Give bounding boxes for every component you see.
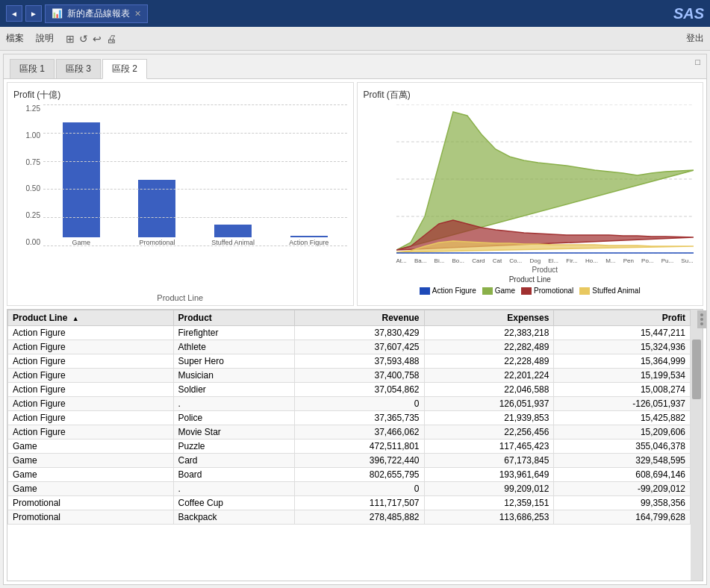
table-row: Action FigureFirefighter37,830,42922,383… bbox=[8, 326, 691, 340]
bar-promotional: Promotional bbox=[119, 104, 196, 246]
sas-logo: SAS bbox=[673, 5, 704, 22]
legend-action-figure: Action Figure bbox=[420, 287, 476, 295]
table-row: Action FigurePolice37,365,73521,939,8531… bbox=[8, 411, 691, 425]
handle-dot bbox=[700, 318, 703, 321]
bar-promotional-rect[interactable] bbox=[138, 180, 175, 237]
table-cell: Action Figure bbox=[8, 383, 174, 397]
undo-icon[interactable]: ↺ bbox=[79, 33, 88, 45]
open-icon[interactable]: ⊞ bbox=[66, 33, 75, 45]
nav-prev-button[interactable]: ◄ bbox=[6, 5, 22, 22]
legend-color-action-figure bbox=[420, 287, 430, 295]
bar-promotional-label: Promotional bbox=[139, 239, 175, 246]
table-row: Action Figure.0126,051,937-126,051,937 bbox=[8, 397, 691, 411]
col-header-revenue[interactable]: Revenue bbox=[294, 310, 424, 326]
tab-section-1[interactable]: 區段 1 bbox=[10, 59, 55, 78]
table-row: GamePuzzle472,511,801117,465,423355,046,… bbox=[8, 440, 691, 454]
table-cell: 111,717,507 bbox=[294, 496, 424, 510]
line-chart-svg: 600 400 200 0 bbox=[396, 104, 694, 254]
table-cell: Athlete bbox=[173, 340, 294, 354]
table-cell: Firefighter bbox=[173, 326, 294, 340]
handle-dot bbox=[700, 313, 703, 316]
table-cell: 99,358,356 bbox=[554, 496, 691, 510]
line-chart-x-label: Product bbox=[396, 266, 694, 274]
table-cell: 278,485,882 bbox=[294, 510, 424, 525]
legend-color-game bbox=[482, 287, 493, 295]
x-label: El... bbox=[548, 257, 558, 264]
table-cell: 22,256,456 bbox=[424, 425, 554, 440]
logout-button[interactable]: 登出 bbox=[686, 32, 704, 45]
table-row: Action FigureSuper Hero37,593,48822,228,… bbox=[8, 354, 691, 369]
x-label: Po... bbox=[641, 257, 653, 264]
table-cell: 0 bbox=[294, 482, 424, 496]
table-cell: Board bbox=[173, 468, 294, 482]
nav-next-button[interactable]: ► bbox=[25, 5, 42, 22]
col-header-product[interactable]: Product bbox=[173, 310, 294, 326]
section-tabs: 區段 1 區段 3 區段 2 □ bbox=[4, 54, 706, 79]
legend-label-promotional: Promotional bbox=[534, 287, 573, 295]
tab-section-3[interactable]: 區段 3 bbox=[56, 59, 101, 78]
table-scroll-area[interactable]: Product Line ▲ Product Revenue Expenses … bbox=[7, 310, 691, 581]
document-tab[interactable]: 📊 新的產品線報表 ✕ bbox=[45, 4, 148, 23]
table-row: Action FigureMusician37,400,75822,201,22… bbox=[8, 369, 691, 383]
handle-dot bbox=[700, 322, 703, 325]
table-cell: Action Figure bbox=[8, 369, 174, 383]
print-icon[interactable]: 🖨 bbox=[106, 33, 116, 45]
bar-stuffed-animal-rect[interactable] bbox=[214, 225, 252, 237]
y-axis: 1.25 1.00 0.75 0.50 0.25 0.00 bbox=[13, 104, 43, 246]
table-cell: Action Figure bbox=[8, 340, 174, 354]
table-scrollbar[interactable] bbox=[691, 310, 703, 581]
table-cell: 193,961,649 bbox=[424, 468, 554, 482]
tab-section-2[interactable]: 區段 2 bbox=[102, 59, 147, 79]
redo-icon[interactable]: ↩ bbox=[93, 33, 102, 45]
side-handle[interactable] bbox=[697, 310, 706, 328]
x-label: Cat bbox=[493, 257, 502, 264]
table-cell: 126,051,937 bbox=[424, 397, 554, 411]
table-row: Action FigureMovie Star37,466,06222,256,… bbox=[8, 425, 691, 440]
table-cell: Promotional bbox=[8, 496, 174, 510]
table-row: Game.099,209,012-99,209,012 bbox=[8, 482, 691, 496]
table-cell: Super Hero bbox=[173, 354, 294, 369]
table-cell: Action Figure bbox=[8, 425, 174, 440]
legend-label-stuffed-animal: Stuffed Animal bbox=[592, 287, 640, 295]
table-cell: 22,228,489 bbox=[424, 354, 554, 369]
line-chart-title: Profit (百萬) bbox=[364, 89, 697, 101]
table-cell: Game bbox=[8, 454, 174, 468]
y-label: 1.00 bbox=[26, 131, 40, 140]
charts-row: Profit (十億) 1.25 1.00 bbox=[7, 82, 703, 306]
y-label: 0.50 bbox=[26, 184, 40, 193]
menu-bar: 檔案 說明 ⊞ ↺ ↩ 🖨 登出 bbox=[0, 27, 710, 51]
table-cell: 117,465,423 bbox=[424, 440, 554, 454]
table-cell: 15,008,274 bbox=[554, 383, 691, 397]
table-cell: 15,324,936 bbox=[554, 340, 691, 354]
scrollbar-thumb[interactable] bbox=[692, 340, 701, 399]
bar-action-figure-rect[interactable] bbox=[290, 236, 328, 237]
table-row: Action FigureAthlete37,607,42522,282,489… bbox=[8, 340, 691, 354]
bar-chart: 1.25 1.00 0.75 0.50 0.25 0.00 Game bbox=[13, 104, 347, 269]
table-cell: 21,939,853 bbox=[424, 411, 554, 425]
menu-file[interactable]: 檔案 bbox=[6, 32, 24, 45]
document-tab-close[interactable]: ✕ bbox=[134, 9, 141, 19]
legend-label-game: Game bbox=[495, 287, 515, 295]
menu-bar-left: 檔案 說明 ⊞ ↺ ↩ 🖨 bbox=[6, 32, 116, 45]
bar-game-rect[interactable] bbox=[63, 122, 100, 237]
table-cell: 608,694,146 bbox=[554, 468, 691, 482]
tab-icon: 📊 bbox=[52, 8, 63, 19]
legend-label-action-figure: Action Figure bbox=[432, 287, 476, 295]
table-cell: 396,722,440 bbox=[294, 454, 424, 468]
table-cell: 15,364,999 bbox=[554, 354, 691, 369]
table-cell: Musician bbox=[173, 369, 294, 383]
maximize-icon[interactable]: □ bbox=[695, 57, 700, 66]
line-chart-panel: Profit (百萬) bbox=[357, 82, 704, 306]
menu-help[interactable]: 說明 bbox=[36, 32, 54, 45]
bar-stuffed-animal: Stuffed Animal bbox=[195, 104, 271, 246]
table-cell: 37,830,429 bbox=[294, 326, 424, 340]
bar-chart-x-label: Product Line bbox=[157, 293, 203, 302]
table-cell: Game bbox=[8, 468, 174, 482]
col-header-profit[interactable]: Profit bbox=[554, 310, 691, 326]
x-label: Pen bbox=[623, 257, 634, 264]
table-cell: Coffee Cup bbox=[173, 496, 294, 510]
x-label: Ho... bbox=[585, 257, 598, 264]
col-header-product-line[interactable]: Product Line ▲ bbox=[8, 310, 174, 326]
col-header-expenses[interactable]: Expenses bbox=[424, 310, 554, 326]
table-cell: 67,173,845 bbox=[424, 454, 554, 468]
